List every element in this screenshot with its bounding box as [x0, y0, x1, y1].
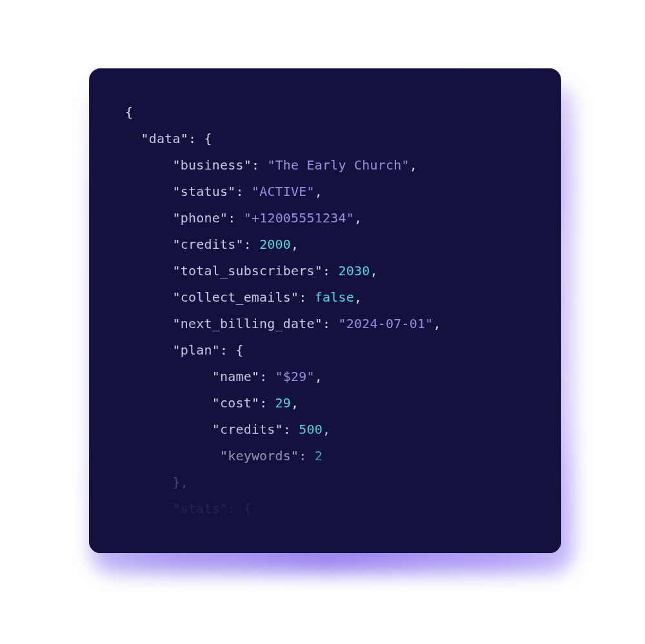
key-plan: plan [181, 342, 212, 358]
punct-quote: " [141, 131, 148, 146]
val-phone: "+12005551234" [244, 210, 354, 226]
punct-colon: : [188, 131, 204, 146]
key-status: status [181, 184, 228, 199]
punct-quote: " [244, 157, 252, 173]
punct-brace-open: { [204, 131, 212, 146]
json-code-card: { "data": { "business": "The Early Churc… [89, 68, 561, 553]
punct-colon: : [252, 157, 267, 173]
key-plan-keywords: keywords [228, 448, 291, 463]
key-plan-cost: cost [220, 395, 252, 411]
punct-brace-close: }, [172, 474, 188, 490]
punct-comma: , [410, 157, 417, 173]
val-plan-keywords: 2 [315, 448, 322, 463]
punct-quote: " [181, 131, 188, 146]
val-total-subscribers: 2030 [339, 263, 370, 278]
key-business: business [181, 157, 244, 173]
json-code-block: { "data": { "business": "The Early Churc… [89, 68, 561, 553]
val-plan-cost: 29 [275, 395, 291, 411]
val-status: "ACTIVE" [252, 184, 315, 199]
key-plan-name: name [220, 369, 252, 384]
key-next-billing-date: next_billing_date [181, 316, 315, 331]
key-data: data [149, 131, 181, 146]
key-credits: credits [181, 237, 236, 252]
val-plan-name: "$29" [275, 369, 315, 384]
punct-quote: " [172, 157, 180, 173]
line-stats: "stats": { [172, 501, 251, 516]
punct-brace-open: { [125, 104, 133, 120]
val-next-billing-date: "2024-07-01" [339, 316, 433, 331]
key-total-subscribers: total_subscribers [181, 263, 315, 278]
key-phone: phone [181, 210, 220, 226]
val-credits: 2000 [259, 237, 291, 252]
val-business: "The Early Church" [267, 157, 409, 173]
val-plan-credits: 500 [299, 422, 322, 437]
key-collect-emails: collect_emails [181, 289, 291, 305]
line-timezone: "timezone": "UTC", [212, 527, 354, 543]
val-collect-emails: false [315, 289, 354, 305]
key-plan-credits: credits [220, 422, 275, 437]
